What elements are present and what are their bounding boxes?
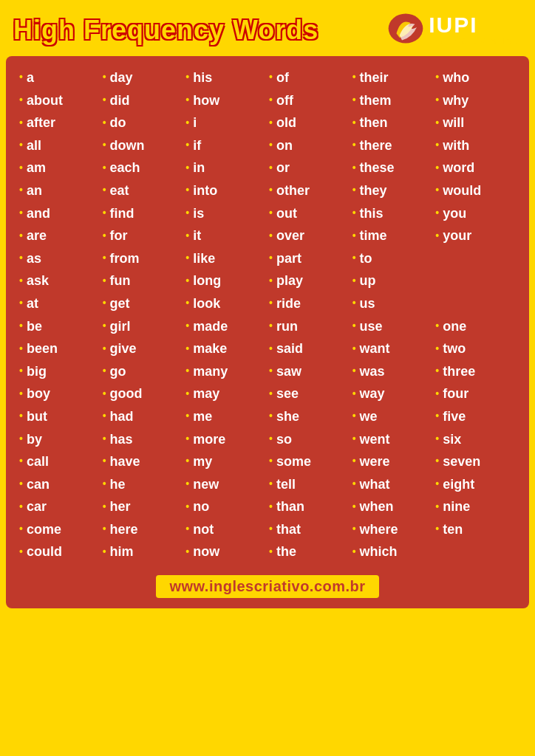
bullet-icon: • [269,205,273,222]
word-text: me [193,405,212,428]
word-text: did [110,89,130,112]
list-item: •some [269,450,350,473]
word-text: her [110,495,131,518]
list-item: •nine [435,495,516,518]
word-text: then [360,111,388,134]
list-item: •on [269,134,350,157]
list-item: •look [185,292,266,315]
word-text: there [360,134,392,157]
bullet-icon: • [352,272,356,290]
list-item: •were [352,450,433,473]
bullet-icon: • [185,453,189,470]
word-text: into [193,179,217,202]
list-item: •new [185,473,266,496]
bullet-icon: • [269,430,273,448]
list-item: •with [435,134,516,157]
list-item: •now [185,540,266,563]
list-item: •do [103,111,183,134]
bullet-icon: • [269,182,273,199]
bullet-icon: • [103,69,106,86]
word-text: get [110,292,130,315]
list-item: •to [352,247,433,270]
bullet-icon: • [185,92,189,109]
bullet-icon: • [269,114,273,132]
word-text: an [27,179,42,202]
bullet-icon: • [103,520,106,538]
list-item: •have [103,450,183,473]
word-col-2: •his•how•i•if•in•into•is•it•like•long•lo… [184,66,268,563]
bullet-icon: • [352,385,356,403]
list-item: •could [19,540,100,563]
bullet-icon: • [19,543,23,561]
bullet-icon: • [435,159,439,177]
word-text: each [110,157,140,179]
bullet-icon: • [435,520,439,538]
word-text: made [193,315,228,338]
word-text: from [110,247,140,270]
word-text: other [276,179,310,202]
list-item: •make [185,337,266,360]
list-item: •their [352,66,433,89]
list-item: •is [185,202,266,225]
word-grid: •a•about•after•all•am•an•and•are•as•ask•… [18,66,517,563]
word-text: have [110,450,140,473]
word-text: may [193,382,219,405]
list-item: •long [185,269,266,292]
word-text: nine [443,495,470,518]
bullet-icon: • [19,317,23,335]
bullet-icon: • [19,340,23,358]
list-item: •six [435,428,516,451]
bullet-icon: • [103,205,106,222]
list-item: •five [435,405,516,428]
word-text: them [360,89,392,112]
bullet-icon: • [435,227,439,245]
bullet-icon: • [435,114,439,132]
list-item: •said [269,337,350,360]
list-item: •want [352,337,433,360]
word-text: go [110,360,126,383]
bullet-icon: • [103,543,106,561]
bullet-icon: • [352,250,356,267]
bullet-icon: • [185,69,189,86]
word-text: run [276,315,298,338]
list-item: •part [269,247,350,270]
bullet-icon: • [352,453,356,470]
bullet-icon: • [269,295,273,312]
bullet-icon: • [352,114,356,132]
list-item: •an [19,179,100,202]
list-item: •get [103,292,183,315]
word-text: up [360,269,376,292]
word-text: time [360,224,387,247]
bullet-icon: • [185,205,189,222]
bullet-icon: • [19,92,23,109]
word-text: car [27,495,47,518]
word-text: as [27,247,41,270]
word-text: six [443,428,461,451]
bullet-icon: • [19,498,23,516]
word-text: went [360,428,390,451]
word-text: day [110,66,133,89]
bullet-icon: • [185,159,189,177]
list-item: •has [103,428,183,451]
word-text: ten [443,518,463,541]
word-text: who [443,66,469,89]
list-item: •these [352,157,433,179]
list-item: •about [19,89,100,112]
word-text: how [193,89,219,112]
word-text: call [27,450,49,473]
bullet-icon: • [269,475,273,493]
list-item: •went [352,428,433,451]
list-item: •all [19,134,100,157]
list-item: •and [19,202,100,225]
list-item: •be [19,315,100,338]
bullet-icon: • [352,317,356,335]
list-item: •so [269,428,350,451]
word-text: my [193,450,212,473]
bullet-icon: • [185,520,189,538]
list-item: •down [103,134,183,157]
list-item: •a [19,66,100,89]
word-text: now [193,540,219,563]
list-item: •no [185,495,266,518]
bullet-icon: • [435,362,439,380]
bullet-icon: • [352,227,356,245]
